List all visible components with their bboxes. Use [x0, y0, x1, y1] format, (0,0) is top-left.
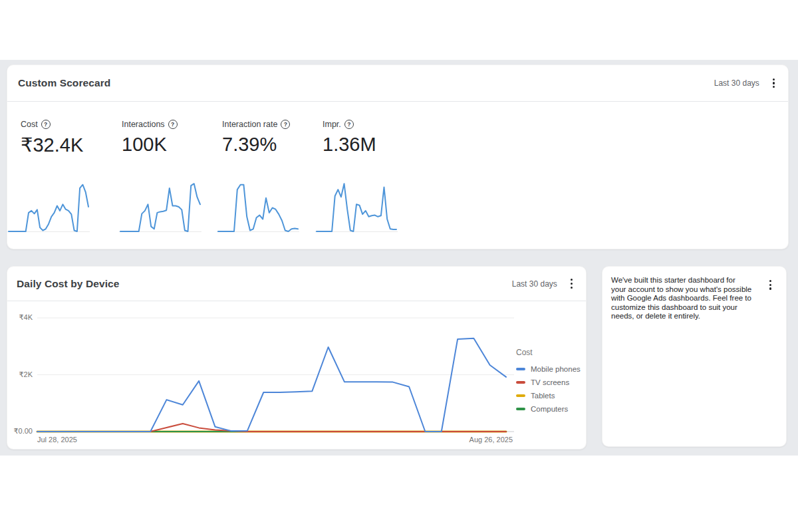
- info-card-kebab-menu-icon[interactable]: [768, 277, 773, 293]
- metric-interactions-value: 100K: [122, 134, 221, 156]
- metric-interaction-rate: Interaction rate ? 7.39%: [222, 120, 322, 156]
- metric-impressions-label: Impr.: [323, 120, 341, 129]
- metric-interaction-rate-label: Interaction rate: [222, 120, 277, 129]
- line-chart-canvas: [7, 301, 587, 450]
- legend-label-tablets: Tablets: [531, 392, 555, 400]
- help-icon[interactable]: ?: [344, 120, 354, 129]
- legend-swatch-tablets: [516, 394, 525, 397]
- metric-interaction-rate-value: 7.39%: [222, 134, 322, 156]
- daily-cost-kebab-menu-icon[interactable]: [569, 276, 574, 291]
- metric-cost-label: Cost: [21, 120, 38, 129]
- scorecard-title: Custom Scorecard: [18, 77, 714, 89]
- google-ads-dashboard-page: Custom Scorecard Last 30 days Cost ? ₹32…: [0, 0, 798, 532]
- metric-interactions-label: Interactions: [122, 120, 165, 129]
- scorecard-period-label[interactable]: Last 30 days: [714, 78, 759, 88]
- help-icon[interactable]: ?: [41, 120, 51, 129]
- y-axis-tick: ₹2K: [7, 370, 33, 379]
- legend-label-mobile-phones: Mobile phones: [531, 365, 581, 373]
- y-axis-tick: ₹4K: [7, 313, 33, 322]
- sparkline-interaction-rate: [315, 177, 398, 235]
- legend-swatch-mobile-phones: [516, 368, 525, 370]
- legend-swatch-computers: [516, 408, 525, 410]
- metric-impressions-value: 1.36M: [323, 134, 422, 156]
- help-icon[interactable]: ?: [168, 120, 178, 129]
- x-axis-start-label: Jul 28, 2025: [37, 436, 77, 444]
- sparkline-interactions: [217, 177, 299, 235]
- daily-cost-period-label[interactable]: Last 30 days: [512, 279, 557, 289]
- legend-label-tv-screens: TV screens: [531, 378, 569, 386]
- y-axis-tick: ₹0.00: [7, 427, 33, 436]
- custom-scorecard-card: Custom Scorecard Last 30 days Cost ? ₹32…: [7, 65, 789, 249]
- chart-legend: Cost Mobile phones TV screens Tablets Co…: [516, 348, 586, 416]
- legend-item-computers[interactable]: Computers: [516, 402, 586, 416]
- metric-cost: Cost ? ₹32.4K: [21, 120, 120, 156]
- x-axis-end-label: Aug 26, 2025: [420, 436, 513, 444]
- legend-item-tablets[interactable]: Tablets: [516, 389, 586, 402]
- sparkline-cost: [119, 177, 201, 235]
- legend-label-computers: Computers: [531, 405, 568, 413]
- daily-cost-title: Daily Cost by Device: [17, 278, 512, 290]
- daily-cost-header: Daily Cost by Device Last 30 days: [7, 267, 586, 301]
- legend-swatch-tv-screens: [516, 381, 525, 384]
- metric-impressions: Impr. ? 1.36M: [323, 120, 422, 156]
- daily-cost-chart: ₹4K₹2K₹0.00 Jul 28, 2025 Aug 26, 2025 Co…: [7, 301, 587, 450]
- legend-title: Cost: [516, 348, 586, 357]
- legend-item-tv-screens[interactable]: TV screens: [516, 376, 586, 389]
- info-card-text: We've built this starter dashboard for y…: [611, 276, 752, 321]
- metric-interactions: Interactions ? 100K: [122, 120, 221, 156]
- starter-dashboard-info-card: We've built this starter dashboard for y…: [602, 266, 787, 447]
- sparkline-impressions: [7, 177, 90, 235]
- daily-cost-by-device-card: Daily Cost by Device Last 30 days ₹4K₹2K…: [7, 266, 587, 450]
- scorecard-header: Custom Scorecard Last 30 days: [7, 65, 788, 102]
- metric-cost-value: ₹32.4K: [21, 134, 120, 156]
- help-icon[interactable]: ?: [281, 120, 290, 129]
- scorecard-kebab-menu-icon[interactable]: [771, 76, 776, 91]
- legend-item-mobile-phones[interactable]: Mobile phones: [516, 362, 586, 376]
